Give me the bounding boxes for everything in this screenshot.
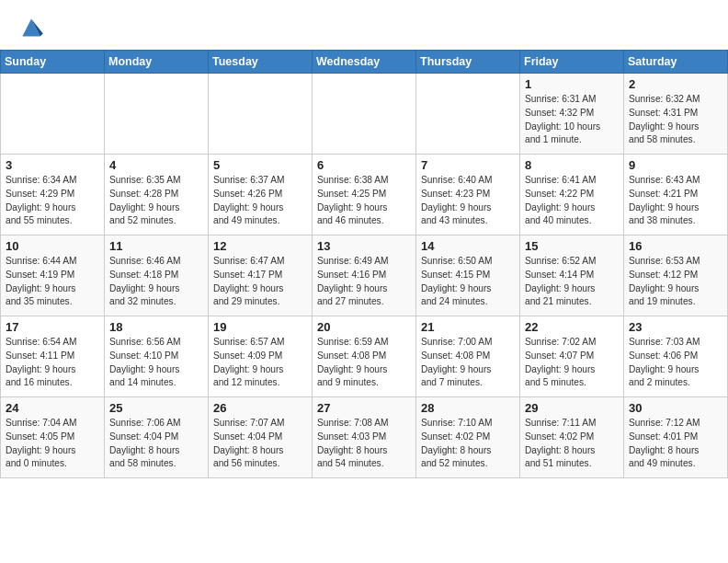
day-info: Sunrise: 7:11 AM Sunset: 4:02 PM Dayligh… xyxy=(525,417,619,471)
calendar-header-row: SundayMondayTuesdayWednesdayThursdayFrid… xyxy=(1,51,728,74)
day-number: 18 xyxy=(109,320,203,334)
calendar-cell: 21Sunrise: 7:00 AM Sunset: 4:08 PM Dayli… xyxy=(416,316,520,397)
day-info: Sunrise: 6:54 AM Sunset: 4:11 PM Dayligh… xyxy=(6,336,99,390)
day-info: Sunrise: 7:02 AM Sunset: 4:07 PM Dayligh… xyxy=(525,336,619,390)
day-info: Sunrise: 6:38 AM Sunset: 4:25 PM Dayligh… xyxy=(317,174,411,228)
day-info: Sunrise: 6:31 AM Sunset: 4:32 PM Dayligh… xyxy=(525,93,619,147)
day-info: Sunrise: 7:10 AM Sunset: 4:02 PM Dayligh… xyxy=(421,417,515,471)
calendar-cell: 5Sunrise: 6:37 AM Sunset: 4:26 PM Daylig… xyxy=(209,155,313,236)
calendar-cell: 2Sunrise: 6:32 AM Sunset: 4:31 PM Daylig… xyxy=(624,74,728,155)
calendar-cell: 20Sunrise: 6:59 AM Sunset: 4:08 PM Dayli… xyxy=(313,316,416,397)
day-number: 5 xyxy=(213,158,307,172)
day-number: 15 xyxy=(525,239,619,253)
day-number: 27 xyxy=(317,401,411,415)
calendar-cell: 14Sunrise: 6:50 AM Sunset: 4:15 PM Dayli… xyxy=(416,236,520,316)
calendar-cell: 18Sunrise: 6:56 AM Sunset: 4:10 PM Dayli… xyxy=(105,316,209,397)
day-info: Sunrise: 6:34 AM Sunset: 4:29 PM Dayligh… xyxy=(6,174,99,228)
day-number: 22 xyxy=(525,320,619,334)
day-number: 26 xyxy=(213,401,307,415)
day-info: Sunrise: 6:49 AM Sunset: 4:16 PM Dayligh… xyxy=(317,255,411,309)
day-number: 19 xyxy=(213,320,307,334)
day-number: 23 xyxy=(629,320,722,334)
calendar-cell xyxy=(209,74,313,155)
calendar-cell: 10Sunrise: 6:44 AM Sunset: 4:19 PM Dayli… xyxy=(1,236,105,316)
calendar-cell: 13Sunrise: 6:49 AM Sunset: 4:16 PM Dayli… xyxy=(313,236,416,316)
calendar-cell: 30Sunrise: 7:12 AM Sunset: 4:01 PM Dayli… xyxy=(624,397,728,478)
day-number: 10 xyxy=(6,239,99,253)
day-info: Sunrise: 7:07 AM Sunset: 4:04 PM Dayligh… xyxy=(213,417,307,471)
calendar-cell: 6Sunrise: 6:38 AM Sunset: 4:25 PM Daylig… xyxy=(313,155,416,236)
calendar-cell: 15Sunrise: 6:52 AM Sunset: 4:14 PM Dayli… xyxy=(520,236,624,316)
day-info: Sunrise: 7:12 AM Sunset: 4:01 PM Dayligh… xyxy=(629,417,722,471)
day-info: Sunrise: 6:59 AM Sunset: 4:08 PM Dayligh… xyxy=(317,336,411,390)
logo xyxy=(17,13,50,42)
calendar-cell: 3Sunrise: 6:34 AM Sunset: 4:29 PM Daylig… xyxy=(1,155,105,236)
day-number: 16 xyxy=(629,239,722,253)
day-info: Sunrise: 6:35 AM Sunset: 4:28 PM Dayligh… xyxy=(109,174,203,228)
calendar-cell: 7Sunrise: 6:40 AM Sunset: 4:23 PM Daylig… xyxy=(416,155,520,236)
day-info: Sunrise: 6:44 AM Sunset: 4:19 PM Dayligh… xyxy=(6,255,99,309)
calendar-cell xyxy=(313,74,416,155)
calendar-cell: 22Sunrise: 7:02 AM Sunset: 4:07 PM Dayli… xyxy=(520,316,624,397)
day-of-week-header: Monday xyxy=(105,51,209,74)
calendar-week-row: 10Sunrise: 6:44 AM Sunset: 4:19 PM Dayli… xyxy=(1,236,728,316)
day-number: 2 xyxy=(629,77,722,91)
calendar-cell xyxy=(416,74,520,155)
calendar-cell: 26Sunrise: 7:07 AM Sunset: 4:04 PM Dayli… xyxy=(209,397,313,478)
calendar-cell: 29Sunrise: 7:11 AM Sunset: 4:02 PM Dayli… xyxy=(520,397,624,478)
day-of-week-header: Thursday xyxy=(416,51,520,74)
day-of-week-header: Sunday xyxy=(1,51,105,74)
day-number: 24 xyxy=(6,401,99,415)
day-number: 29 xyxy=(525,401,619,415)
day-number: 21 xyxy=(421,320,515,334)
day-info: Sunrise: 6:37 AM Sunset: 4:26 PM Dayligh… xyxy=(213,174,307,228)
calendar-cell: 1Sunrise: 6:31 AM Sunset: 4:32 PM Daylig… xyxy=(520,74,624,155)
day-number: 1 xyxy=(525,77,619,91)
day-info: Sunrise: 7:03 AM Sunset: 4:06 PM Dayligh… xyxy=(629,336,722,390)
day-info: Sunrise: 7:06 AM Sunset: 4:04 PM Dayligh… xyxy=(109,417,203,471)
day-info: Sunrise: 6:57 AM Sunset: 4:09 PM Dayligh… xyxy=(213,336,307,390)
calendar-cell: 27Sunrise: 7:08 AM Sunset: 4:03 PM Dayli… xyxy=(313,397,416,478)
day-number: 13 xyxy=(317,239,411,253)
day-info: Sunrise: 7:04 AM Sunset: 4:05 PM Dayligh… xyxy=(6,417,99,471)
calendar-week-row: 3Sunrise: 6:34 AM Sunset: 4:29 PM Daylig… xyxy=(1,155,728,236)
day-info: Sunrise: 6:46 AM Sunset: 4:18 PM Dayligh… xyxy=(109,255,203,309)
day-number: 4 xyxy=(109,158,203,172)
day-number: 9 xyxy=(629,158,722,172)
day-info: Sunrise: 7:00 AM Sunset: 4:08 PM Dayligh… xyxy=(421,336,515,390)
calendar-cell xyxy=(1,74,105,155)
calendar-week-row: 17Sunrise: 6:54 AM Sunset: 4:11 PM Dayli… xyxy=(1,316,728,397)
calendar-cell: 28Sunrise: 7:10 AM Sunset: 4:02 PM Dayli… xyxy=(416,397,520,478)
calendar-cell xyxy=(105,74,209,155)
calendar: SundayMondayTuesdayWednesdayThursdayFrid… xyxy=(0,50,728,478)
day-info: Sunrise: 6:50 AM Sunset: 4:15 PM Dayligh… xyxy=(421,255,515,309)
day-number: 11 xyxy=(109,239,203,253)
calendar-week-row: 1Sunrise: 6:31 AM Sunset: 4:32 PM Daylig… xyxy=(1,74,728,155)
calendar-cell: 12Sunrise: 6:47 AM Sunset: 4:17 PM Dayli… xyxy=(209,236,313,316)
day-info: Sunrise: 6:32 AM Sunset: 4:31 PM Dayligh… xyxy=(629,93,722,147)
calendar-cell: 8Sunrise: 6:41 AM Sunset: 4:22 PM Daylig… xyxy=(520,155,624,236)
calendar-cell: 17Sunrise: 6:54 AM Sunset: 4:11 PM Dayli… xyxy=(1,316,105,397)
day-info: Sunrise: 6:43 AM Sunset: 4:21 PM Dayligh… xyxy=(629,174,722,228)
day-number: 12 xyxy=(213,239,307,253)
day-number: 8 xyxy=(525,158,619,172)
day-info: Sunrise: 6:56 AM Sunset: 4:10 PM Dayligh… xyxy=(109,336,203,390)
day-number: 25 xyxy=(109,401,203,415)
day-number: 17 xyxy=(6,320,99,334)
day-number: 20 xyxy=(317,320,411,334)
day-info: Sunrise: 6:41 AM Sunset: 4:22 PM Dayligh… xyxy=(525,174,619,228)
day-number: 7 xyxy=(421,158,515,172)
calendar-cell: 16Sunrise: 6:53 AM Sunset: 4:12 PM Dayli… xyxy=(624,236,728,316)
day-of-week-header: Saturday xyxy=(624,51,728,74)
day-of-week-header: Friday xyxy=(520,51,624,74)
day-number: 14 xyxy=(421,239,515,253)
calendar-week-row: 24Sunrise: 7:04 AM Sunset: 4:05 PM Dayli… xyxy=(1,397,728,478)
header xyxy=(0,0,728,50)
calendar-cell: 11Sunrise: 6:46 AM Sunset: 4:18 PM Dayli… xyxy=(105,236,209,316)
calendar-cell: 25Sunrise: 7:06 AM Sunset: 4:04 PM Dayli… xyxy=(105,397,209,478)
day-info: Sunrise: 7:08 AM Sunset: 4:03 PM Dayligh… xyxy=(317,417,411,471)
day-info: Sunrise: 6:52 AM Sunset: 4:14 PM Dayligh… xyxy=(525,255,619,309)
calendar-cell: 4Sunrise: 6:35 AM Sunset: 4:28 PM Daylig… xyxy=(105,155,209,236)
calendar-cell: 19Sunrise: 6:57 AM Sunset: 4:09 PM Dayli… xyxy=(209,316,313,397)
day-number: 6 xyxy=(317,158,411,172)
